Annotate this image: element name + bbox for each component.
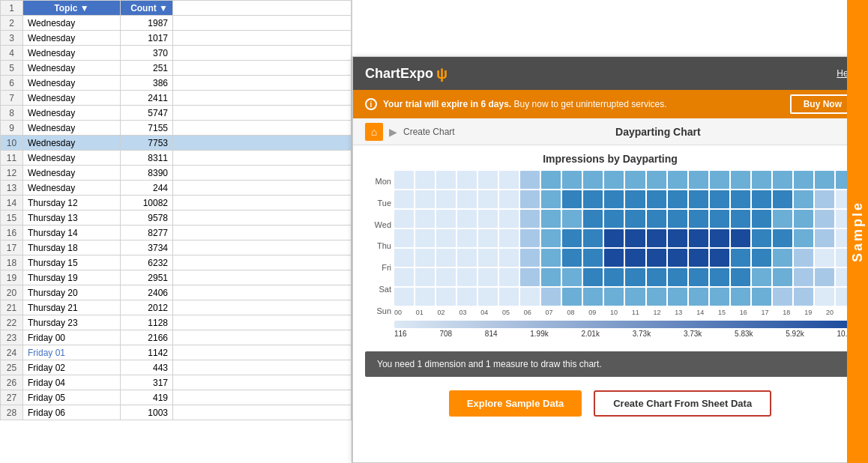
topic-cell[interactable]: Thursday 15	[23, 255, 121, 270]
heatmap-cell	[668, 288, 687, 306]
row-number: 28	[1, 405, 23, 420]
count-cell[interactable]: 251	[121, 61, 173, 76]
table-row[interactable]: 17Thursday 183734	[1, 240, 352, 255]
count-cell[interactable]: 10082	[121, 196, 173, 211]
topic-cell[interactable]: Friday 06	[23, 405, 121, 420]
empty-cell	[173, 390, 352, 405]
heatmap-cell	[625, 171, 645, 189]
table-row[interactable]: 7Wednesday2411	[1, 91, 352, 106]
count-cell[interactable]: 244	[121, 181, 173, 196]
count-cell[interactable]: 5747	[121, 106, 173, 121]
topic-cell[interactable]: Wednesday	[23, 121, 121, 136]
topic-cell[interactable]: Wednesday	[23, 181, 121, 196]
table-row[interactable]: 10Wednesday7753	[1, 136, 352, 151]
count-cell[interactable]: 7753	[121, 136, 173, 151]
table-row[interactable]: 19Thursday 192951	[1, 270, 352, 285]
topic-cell[interactable]: Wednesday	[23, 151, 121, 166]
count-cell[interactable]: 386	[121, 76, 173, 91]
table-row[interactable]: 9Wednesday7155	[1, 121, 352, 136]
count-cell[interactable]: 2012	[121, 300, 173, 315]
table-row[interactable]: 16Thursday 148277	[1, 226, 352, 240]
topic-cell[interactable]: Thursday 18	[23, 240, 121, 255]
heatmap-cell	[710, 210, 729, 228]
count-cell[interactable]: 3734	[121, 240, 173, 255]
row-number: 14	[1, 196, 23, 211]
count-cell[interactable]: 1987	[121, 16, 173, 31]
topic-cell[interactable]: Friday 02	[23, 360, 121, 375]
topic-cell[interactable]: Wednesday	[23, 61, 121, 76]
row-number: 7	[1, 91, 23, 106]
count-cell[interactable]: 9578	[121, 211, 173, 226]
table-row[interactable]: 24Friday 011142	[1, 345, 352, 360]
topic-cell[interactable]: Friday 05	[23, 390, 121, 405]
table-row[interactable]: 18Thursday 156232	[1, 255, 352, 270]
topic-cell[interactable]: Friday 04	[23, 375, 121, 390]
topic-cell[interactable]: Thursday 23	[23, 315, 121, 330]
topic-cell[interactable]: Wednesday	[23, 166, 121, 181]
count-cell[interactable]: 1003	[121, 405, 173, 420]
table-row[interactable]: 11Wednesday8311	[1, 151, 352, 166]
count-column-header[interactable]: Count ▼	[121, 1, 173, 16]
table-row[interactable]: 14Thursday 1210082	[1, 196, 352, 211]
topic-cell[interactable]: Friday 01	[23, 345, 121, 360]
home-icon[interactable]: ⌂	[365, 123, 383, 141]
table-row[interactable]: 20Thursday 202406	[1, 285, 352, 300]
heatmap-cell	[773, 171, 792, 189]
table-row[interactable]: 4Wednesday370	[1, 46, 352, 61]
topic-cell[interactable]: Wednesday	[23, 31, 121, 46]
table-row[interactable]: 27Friday 05419	[1, 390, 352, 405]
table-row[interactable]: 23Friday 002166	[1, 330, 352, 345]
count-cell[interactable]: 2406	[121, 285, 173, 300]
count-cell[interactable]: 1128	[121, 315, 173, 330]
count-cell[interactable]: 443	[121, 360, 173, 375]
table-row[interactable]: 3Wednesday1017	[1, 31, 352, 46]
count-cell[interactable]: 2951	[121, 270, 173, 285]
chart-title: Impressions by Dayparting	[365, 153, 855, 165]
topic-cell[interactable]: Friday 00	[23, 330, 121, 345]
create-chart-button[interactable]: Create Chart From Sheet Data	[594, 390, 771, 417]
table-row[interactable]: 22Thursday 231128	[1, 315, 352, 330]
topic-cell[interactable]: Wednesday	[23, 76, 121, 91]
count-cell[interactable]: 2411	[121, 91, 173, 106]
table-row[interactable]: 26Friday 04317	[1, 375, 352, 390]
topic-cell[interactable]: Thursday 13	[23, 211, 121, 226]
table-row[interactable]: 2Wednesday1987	[1, 16, 352, 31]
buy-now-button[interactable]: Buy Now	[790, 94, 855, 114]
heatmap-cell	[752, 190, 771, 208]
topic-cell[interactable]: Thursday 12	[23, 196, 121, 211]
count-cell[interactable]: 8311	[121, 151, 173, 166]
table-row[interactable]: 5Wednesday251	[1, 61, 352, 76]
topic-cell[interactable]: Thursday 19	[23, 270, 121, 285]
count-cell[interactable]: 1142	[121, 345, 173, 360]
table-row[interactable]: 28Friday 061003	[1, 405, 352, 420]
topic-column-header[interactable]: Topic ▼	[23, 1, 121, 16]
table-row[interactable]: 21Thursday 212012	[1, 300, 352, 315]
table-row[interactable]: 25Friday 02443	[1, 360, 352, 375]
count-cell[interactable]: 8277	[121, 226, 173, 240]
count-cell[interactable]: 7155	[121, 121, 173, 136]
count-cell[interactable]: 1017	[121, 31, 173, 46]
explore-sample-button[interactable]: Explore Sample Data	[449, 390, 582, 417]
count-cell[interactable]: 370	[121, 46, 173, 61]
topic-cell[interactable]: Thursday 20	[23, 285, 121, 300]
table-row[interactable]: 8Wednesday5747	[1, 106, 352, 121]
topic-cell[interactable]: Wednesday	[23, 91, 121, 106]
heatmap-cell	[478, 210, 498, 228]
table-row[interactable]: 6Wednesday386	[1, 76, 352, 91]
table-row[interactable]: 12Wednesday8390	[1, 166, 352, 181]
count-cell[interactable]: 2166	[121, 330, 173, 345]
count-cell[interactable]: 8390	[121, 166, 173, 181]
topic-cell[interactable]: Wednesday	[23, 106, 121, 121]
count-cell[interactable]: 6232	[121, 255, 173, 270]
topic-cell[interactable]: Thursday 21	[23, 300, 121, 315]
heatmap-cell	[773, 229, 792, 247]
count-cell[interactable]: 419	[121, 390, 173, 405]
nav-link[interactable]: Create Chart	[403, 127, 455, 137]
topic-cell[interactable]: Thursday 14	[23, 226, 121, 240]
topic-cell[interactable]: Wednesday	[23, 16, 121, 31]
count-cell[interactable]: 317	[121, 375, 173, 390]
topic-cell[interactable]: Wednesday	[23, 46, 121, 61]
table-row[interactable]: 15Thursday 139578	[1, 211, 352, 226]
table-row[interactable]: 13Wednesday244	[1, 181, 352, 196]
topic-cell[interactable]: Wednesday	[23, 136, 121, 151]
